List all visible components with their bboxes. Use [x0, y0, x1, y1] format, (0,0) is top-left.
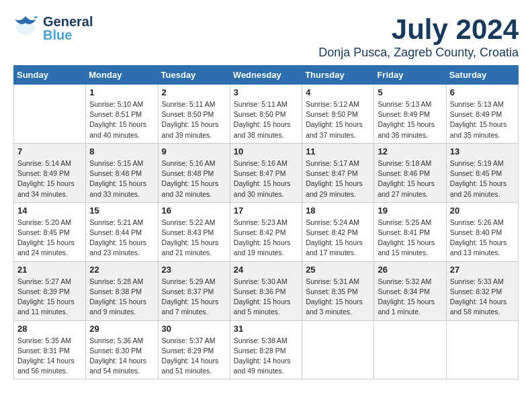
calendar-cell: 23Sunrise: 5:29 AMSunset: 8:37 PMDayligh… — [158, 261, 230, 320]
calendar-cell: 29Sunrise: 5:36 AMSunset: 8:30 PMDayligh… — [86, 320, 158, 379]
day-number: 27 — [450, 265, 515, 275]
calendar-header-saturday: Saturday — [446, 66, 518, 85]
logo: General Blue — [13, 13, 93, 43]
calendar-cell: 6Sunrise: 5:13 AMSunset: 8:49 PMDaylight… — [446, 85, 518, 144]
calendar-cell: 26Sunrise: 5:32 AMSunset: 8:34 PMDayligh… — [374, 261, 446, 320]
day-number: 26 — [378, 265, 442, 275]
svg-point-0 — [16, 21, 35, 35]
calendar-cell: 30Sunrise: 5:37 AMSunset: 8:29 PMDayligh… — [158, 320, 230, 379]
day-info: Sunrise: 5:31 AMSunset: 8:35 PMDaylight:… — [306, 277, 370, 318]
day-info: Sunrise: 5:11 AMSunset: 8:50 PMDaylight:… — [162, 99, 226, 140]
calendar-cell: 18Sunrise: 5:24 AMSunset: 8:42 PMDayligh… — [302, 202, 374, 261]
day-info: Sunrise: 5:20 AMSunset: 8:45 PMDaylight:… — [17, 218, 82, 259]
day-info: Sunrise: 5:27 AMSunset: 8:39 PMDaylight:… — [17, 277, 82, 318]
logo-text-general: General — [43, 15, 93, 28]
day-info: Sunrise: 5:11 AMSunset: 8:50 PMDaylight:… — [234, 99, 298, 140]
calendar-cell: 15Sunrise: 5:21 AMSunset: 8:44 PMDayligh… — [86, 202, 158, 261]
calendar-cell — [302, 320, 374, 379]
day-number: 31 — [234, 324, 298, 334]
day-number: 16 — [162, 205, 226, 216]
day-info: Sunrise: 5:25 AMSunset: 8:41 PMDaylight:… — [378, 218, 442, 259]
day-info: Sunrise: 5:28 AMSunset: 8:38 PMDaylight:… — [89, 277, 154, 318]
calendar-header-wednesday: Wednesday — [230, 66, 302, 85]
calendar-cell: 11Sunrise: 5:17 AMSunset: 8:47 PMDayligh… — [302, 143, 374, 202]
day-number: 4 — [306, 87, 370, 97]
calendar-header-tuesday: Tuesday — [158, 66, 230, 85]
calendar-cell: 13Sunrise: 5:19 AMSunset: 8:45 PMDayligh… — [446, 143, 518, 202]
calendar-week-row: 21Sunrise: 5:27 AMSunset: 8:39 PMDayligh… — [14, 261, 519, 320]
day-info: Sunrise: 5:22 AMSunset: 8:43 PMDaylight:… — [162, 218, 226, 259]
calendar-cell: 9Sunrise: 5:16 AMSunset: 8:48 PMDaylight… — [158, 143, 230, 202]
calendar-cell: 19Sunrise: 5:25 AMSunset: 8:41 PMDayligh… — [374, 202, 446, 261]
day-number: 6 — [450, 87, 515, 97]
day-info: Sunrise: 5:14 AMSunset: 8:49 PMDaylight:… — [17, 158, 82, 199]
day-number: 7 — [17, 146, 82, 156]
day-info: Sunrise: 5:16 AMSunset: 8:47 PMDaylight:… — [234, 158, 298, 199]
day-info: Sunrise: 5:10 AMSunset: 8:51 PMDaylight:… — [89, 99, 154, 140]
calendar-cell — [374, 320, 446, 379]
day-info: Sunrise: 5:17 AMSunset: 8:47 PMDaylight:… — [306, 158, 370, 199]
calendar-cell: 5Sunrise: 5:13 AMSunset: 8:49 PMDaylight… — [374, 85, 446, 144]
day-info: Sunrise: 5:16 AMSunset: 8:48 PMDaylight:… — [162, 158, 226, 199]
calendar-week-row: 14Sunrise: 5:20 AMSunset: 8:45 PMDayligh… — [14, 202, 519, 261]
day-number: 13 — [450, 146, 515, 156]
location-title: Donja Pusca, Zagreb County, Croatia — [318, 46, 519, 60]
calendar-cell: 20Sunrise: 5:26 AMSunset: 8:40 PMDayligh… — [446, 202, 518, 261]
day-info: Sunrise: 5:32 AMSunset: 8:34 PMDaylight:… — [378, 277, 442, 318]
day-info: Sunrise: 5:26 AMSunset: 8:40 PMDaylight:… — [450, 218, 515, 259]
calendar-cell: 17Sunrise: 5:23 AMSunset: 8:42 PMDayligh… — [230, 202, 302, 261]
day-number: 14 — [17, 205, 82, 216]
day-number: 24 — [234, 265, 298, 275]
day-info: Sunrise: 5:19 AMSunset: 8:45 PMDaylight:… — [450, 158, 515, 199]
calendar-cell: 2Sunrise: 5:11 AMSunset: 8:50 PMDaylight… — [158, 85, 230, 144]
day-info: Sunrise: 5:21 AMSunset: 8:44 PMDaylight:… — [89, 218, 154, 259]
day-number: 28 — [17, 324, 82, 334]
day-info: Sunrise: 5:38 AMSunset: 8:28 PMDaylight:… — [234, 336, 298, 377]
day-info: Sunrise: 5:15 AMSunset: 8:48 PMDaylight:… — [89, 158, 154, 199]
day-info: Sunrise: 5:13 AMSunset: 8:49 PMDaylight:… — [450, 99, 515, 140]
day-info: Sunrise: 5:23 AMSunset: 8:42 PMDaylight:… — [234, 218, 298, 259]
calendar-week-row: 28Sunrise: 5:35 AMSunset: 8:31 PMDayligh… — [14, 320, 519, 379]
calendar-header-monday: Monday — [86, 66, 158, 85]
day-number: 5 — [378, 87, 442, 97]
calendar-cell: 1Sunrise: 5:10 AMSunset: 8:51 PMDaylight… — [86, 85, 158, 144]
day-number: 25 — [306, 265, 370, 275]
day-info: Sunrise: 5:24 AMSunset: 8:42 PMDaylight:… — [306, 218, 370, 259]
day-number: 15 — [89, 205, 154, 216]
calendar-table: SundayMondayTuesdayWednesdayThursdayFrid… — [13, 65, 519, 379]
calendar-cell: 4Sunrise: 5:12 AMSunset: 8:50 PMDaylight… — [302, 85, 374, 144]
day-info: Sunrise: 5:18 AMSunset: 8:46 PMDaylight:… — [378, 158, 442, 199]
day-info: Sunrise: 5:30 AMSunset: 8:36 PMDaylight:… — [234, 277, 298, 318]
calendar-cell: 22Sunrise: 5:28 AMSunset: 8:38 PMDayligh… — [86, 261, 158, 320]
calendar-cell: 10Sunrise: 5:16 AMSunset: 8:47 PMDayligh… — [230, 143, 302, 202]
calendar-cell: 31Sunrise: 5:38 AMSunset: 8:28 PMDayligh… — [230, 320, 302, 379]
calendar-cell: 28Sunrise: 5:35 AMSunset: 8:31 PMDayligh… — [14, 320, 86, 379]
day-info: Sunrise: 5:33 AMSunset: 8:32 PMDaylight:… — [450, 277, 515, 318]
title-section: July 2024 Donja Pusca, Zagreb County, Cr… — [318, 13, 519, 60]
day-number: 20 — [450, 205, 515, 216]
day-number: 12 — [378, 146, 442, 156]
calendar-cell: 25Sunrise: 5:31 AMSunset: 8:35 PMDayligh… — [302, 261, 374, 320]
day-number: 10 — [234, 146, 298, 156]
day-number: 8 — [89, 146, 154, 156]
day-number: 2 — [162, 87, 226, 97]
day-info: Sunrise: 5:37 AMSunset: 8:29 PMDaylight:… — [162, 336, 226, 377]
day-number: 3 — [234, 87, 298, 97]
calendar-cell — [14, 85, 86, 144]
day-number: 17 — [234, 205, 298, 216]
day-info: Sunrise: 5:35 AMSunset: 8:31 PMDaylight:… — [17, 336, 82, 377]
calendar-week-row: 7Sunrise: 5:14 AMSunset: 8:49 PMDaylight… — [14, 143, 519, 202]
day-number: 21 — [17, 265, 82, 275]
calendar-cell: 27Sunrise: 5:33 AMSunset: 8:32 PMDayligh… — [446, 261, 518, 320]
calendar-cell: 16Sunrise: 5:22 AMSunset: 8:43 PMDayligh… — [158, 202, 230, 261]
logo-text-blue: Blue — [43, 28, 93, 42]
calendar-week-row: 1Sunrise: 5:10 AMSunset: 8:51 PMDaylight… — [14, 85, 519, 144]
day-number: 19 — [378, 205, 442, 216]
calendar-header-sunday: Sunday — [14, 66, 86, 85]
day-number: 9 — [162, 146, 226, 156]
day-number: 29 — [89, 324, 154, 334]
calendar-header-thursday: Thursday — [302, 66, 374, 85]
calendar-cell: 7Sunrise: 5:14 AMSunset: 8:49 PMDaylight… — [14, 143, 86, 202]
calendar-cell — [446, 320, 518, 379]
day-info: Sunrise: 5:36 AMSunset: 8:30 PMDaylight:… — [89, 336, 154, 377]
